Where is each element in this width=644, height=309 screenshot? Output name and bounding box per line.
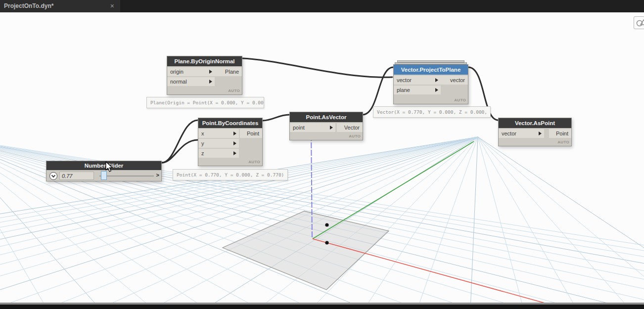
port-arrow-icon — [330, 126, 333, 130]
node-title[interactable]: Vector.ProjectToPlane — [394, 65, 468, 75]
geometry-preview-icon — [636, 18, 644, 27]
lacing-label: AUTO — [349, 134, 361, 138]
input-port-y[interactable]: y — [198, 139, 239, 148]
input-port-origin[interactable]: origin — [167, 67, 215, 76]
input-port-normal[interactable]: normal — [167, 77, 215, 86]
tab-projectonto[interactable]: ProjectOnTo.dyn* × — [0, 0, 120, 12]
workspace-tab-bar: ProjectOnTo.dyn* × — [0, 0, 644, 12]
port-arrow-icon — [435, 78, 438, 82]
port-label: vector — [502, 129, 516, 138]
node-point-bycoordinates[interactable]: Point.ByCoordinates x y z Point AUTO — [198, 118, 263, 166]
output-port-vector[interactable]: Vector — [337, 123, 363, 132]
preview-bubble-plane: Plane(Origin = Point(X = 0.000, Y = 0.00… — [146, 97, 264, 108]
node-point-asvector[interactable]: Point.AsVector point Vector AUTO — [289, 112, 363, 140]
port-label: point — [293, 123, 305, 132]
preview-bubble-project: Vector(X = 0.770, Y = 0.000, Z = 0.000, … — [373, 106, 491, 118]
port-label: origin — [170, 67, 184, 76]
bottom-bar — [0, 305, 644, 309]
output-port-point[interactable]: Point — [549, 129, 571, 138]
port-arrow-icon — [435, 88, 438, 92]
lacing-label: AUTO — [228, 88, 240, 93]
port-label: Vector — [344, 125, 360, 131]
preview-bubble-slider: Point(X = 0.770, Y = 0.000, Z = 0.770) — [173, 169, 288, 180]
wire-slider-to-z[interactable] — [162, 140, 198, 163]
wire-plane-to-project[interactable] — [242, 58, 392, 77]
input-port-vector[interactable]: vector — [394, 76, 441, 85]
port-arrow-icon — [209, 80, 212, 84]
node-title[interactable]: Number Slider — [46, 161, 161, 170]
node-title[interactable]: Point.ByCoordinates — [198, 118, 262, 128]
node-vector-aspoint[interactable]: Vector.AsPoint vector Point AUTO — [498, 118, 572, 146]
port-arrow-icon — [233, 151, 236, 155]
tab-title: ProjectOnTo.dyn* — [4, 2, 53, 9]
node-plane-byoriginnormal[interactable]: Plane.ByOriginNormal origin normal Plane… — [167, 56, 242, 95]
port-label: plane — [397, 86, 410, 94]
tab-close-icon[interactable]: × — [110, 0, 114, 12]
output-port-slider[interactable]: > — [156, 172, 159, 178]
port-label: y — [201, 139, 204, 148]
lacing-label: AUTO — [557, 140, 569, 144]
node-vector-projecttoplane[interactable]: Vector.ProjectToPlane vector plane vecto… — [393, 64, 468, 104]
port-arrow-icon — [539, 132, 542, 135]
lacing-label: AUTO — [454, 98, 466, 102]
port-label: Point — [556, 131, 568, 136]
port-arrow-icon — [233, 141, 236, 145]
slider-value-input[interactable] — [59, 172, 94, 180]
wire-layer — [0, 12, 644, 305]
slider-expand-button[interactable] — [49, 172, 57, 180]
wire-point-to-asvector[interactable] — [262, 115, 289, 121]
input-port-point[interactable]: point — [290, 123, 335, 132]
node-number-slider[interactable]: Number Slider > — [46, 161, 162, 181]
input-port-vector[interactable]: vector — [499, 129, 544, 138]
slider-track[interactable] — [99, 176, 154, 177]
port-arrow-icon — [233, 132, 236, 135]
mouse-cursor — [105, 161, 115, 173]
lacing-label: AUTO — [248, 160, 260, 164]
port-label: normal — [170, 77, 187, 86]
input-port-x[interactable]: x — [198, 129, 239, 138]
node-title[interactable]: Point.AsVector — [290, 112, 363, 122]
port-label: z — [201, 149, 204, 158]
port-label: vector — [450, 77, 465, 83]
node-title[interactable]: Plane.ByOriginNormal — [167, 56, 242, 66]
chevron-down-icon — [51, 173, 55, 177]
node-title[interactable]: Vector.AsPoint — [499, 118, 571, 128]
geometry-preview-toggle-button[interactable] — [634, 16, 644, 29]
output-port-point[interactable]: Point — [240, 129, 262, 138]
port-label: x — [201, 129, 204, 138]
port-label: Point — [247, 131, 259, 136]
input-port-z[interactable]: z — [198, 149, 239, 158]
output-port-vector[interactable]: vector — [441, 76, 468, 85]
port-label: vector — [397, 76, 412, 85]
input-port-plane[interactable]: plane — [394, 86, 441, 94]
port-arrow-icon — [209, 70, 212, 74]
output-port-plane[interactable]: Plane — [213, 67, 242, 76]
port-label: Plane — [225, 69, 239, 75]
node-graph-canvas[interactable]: Plane.ByOriginNormal origin normal Plane… — [0, 12, 644, 305]
